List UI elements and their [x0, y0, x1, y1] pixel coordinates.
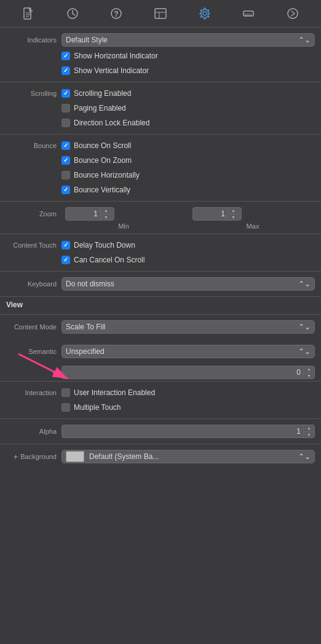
indicators-row: Indicators Default Style ⌃⌄ — [0, 31, 321, 49]
keyboard-dropdown-arrow: ⌃⌄ — [298, 280, 311, 288]
show-vertical-wrapper: Show Vertical Indicator — [61, 66, 149, 75]
tag-content: ▲ ▼ — [61, 366, 315, 379]
keyboard-dropdown[interactable]: Do not dismiss ⌃⌄ — [61, 277, 315, 291]
svg-rect-11 — [244, 11, 253, 16]
indicators-dropdown[interactable]: Default Style ⌃⌄ — [61, 33, 315, 47]
svg-point-10 — [203, 12, 207, 15]
content-mode-dropdown[interactable]: Scale To Fill ⌃⌄ — [61, 320, 315, 334]
can-cancel-wrapper: Can Cancel On Scroll — [61, 256, 145, 264]
semantic-dropdown[interactable]: Unspecified ⌃⌄ — [61, 345, 315, 358]
tag-stepper-up[interactable]: ▲ — [304, 366, 314, 373]
keyboard-content: Do not dismiss ⌃⌄ — [61, 277, 315, 291]
view-section-title: View — [6, 300, 23, 309]
alpha-section: Alpha ▲ ▼ — [0, 419, 321, 444]
paging-enabled-checkbox[interactable] — [61, 104, 70, 112]
indicators-section: Indicators Default Style ⌃⌄ Show Horizon… — [0, 28, 321, 82]
zoom-min-stepper-down[interactable]: ▼ — [101, 214, 111, 221]
keyboard-row: Keyboard Do not dismiss ⌃⌄ — [0, 275, 321, 293]
user-interaction-label: User Interaction Enabled — [74, 388, 155, 397]
svg-rect-7 — [155, 9, 166, 18]
scrolling-enabled-row: Scrolling Scrolling Enabled — [0, 86, 321, 101]
forward-icon[interactable] — [284, 5, 301, 22]
zoom-min-input[interactable] — [66, 210, 100, 218]
bounce-horizontally-checkbox[interactable] — [61, 171, 70, 179]
zoom-max-stepper: ▲ ▼ — [228, 207, 239, 221]
ruler-icon[interactable] — [240, 5, 257, 22]
show-horizontal-row: Show Horizontal Indicator — [0, 49, 321, 63]
alpha-stepper: ▲ ▼ — [303, 425, 314, 438]
bounce-on-zoom-checkbox[interactable] — [61, 156, 70, 165]
alpha-label: Alpha — [6, 428, 61, 435]
zoom-min-label: Min — [61, 222, 186, 230]
background-dropdown[interactable]: Default (System Ba... ⌃⌄ — [61, 450, 315, 463]
background-dropdown-value: Default (System Ba... — [89, 452, 159, 461]
bounce-vertically-row: Bounce Vertically — [0, 183, 321, 197]
content-touch-label: Content Touch — [13, 242, 57, 249]
bounce-on-scroll-label: Bounce On Scroll — [74, 141, 131, 150]
direction-lock-row: Direction Lock Enabled — [0, 116, 321, 130]
view-section-header: View — [0, 297, 321, 312]
direction-lock-checkbox[interactable] — [61, 119, 70, 127]
zoom-min-stepper-up[interactable]: ▲ — [101, 207, 111, 214]
history-icon[interactable] — [64, 5, 81, 22]
content-mode-content: Scale To Fill ⌃⌄ — [61, 320, 315, 334]
bounce-label: Bounce — [34, 142, 57, 149]
zoom-max-label: Max — [191, 222, 315, 230]
delay-touch-label: Delay Touch Down — [74, 241, 135, 249]
user-interaction-checkbox[interactable] — [61, 388, 70, 397]
delay-touch-checkbox[interactable] — [61, 241, 70, 249]
tag-stepper: ▲ ▼ — [303, 366, 314, 379]
content-mode-row: Content Mode Scale To Fill ⌃⌄ — [0, 318, 321, 336]
list-icon[interactable] — [152, 5, 169, 22]
bounce-horizontally-label: Bounce Horizontally — [74, 171, 140, 179]
plus-icon[interactable]: + — [14, 452, 18, 461]
zoom-max-stepper-down[interactable]: ▼ — [228, 214, 239, 221]
show-horizontal-wrapper: Show Horizontal Indicator — [61, 52, 158, 60]
scrolling-enabled-checkbox[interactable] — [61, 89, 70, 98]
bounce-on-scroll-checkbox[interactable] — [61, 141, 70, 150]
help-icon[interactable]: ? — [108, 5, 125, 22]
zoom-max-stepper-up[interactable]: ▲ — [228, 207, 239, 214]
alpha-stepper-up[interactable]: ▲ — [304, 425, 314, 432]
file-icon[interactable] — [20, 5, 37, 22]
keyboard-dropdown-value: Do not dismiss — [66, 280, 114, 288]
multiple-touch-label: Multiple Touch — [74, 403, 121, 412]
zoom-row: Zoom ▲ ▼ ▲ ▼ — [0, 205, 321, 222]
show-horizontal-checkbox[interactable] — [61, 52, 70, 60]
paging-enabled-row: Paging Enabled — [0, 101, 321, 116]
tag-input[interactable] — [62, 368, 303, 377]
alpha-stepper-down[interactable]: ▼ — [304, 432, 314, 439]
multiple-touch-checkbox[interactable] — [61, 403, 70, 412]
semantic-row: Semantic Unspecified ⌃⌄ — [0, 343, 321, 360]
zoom-min-stepper: ▲ ▼ — [100, 207, 111, 221]
background-color-swatch — [66, 451, 84, 462]
bounce-on-scroll-wrapper: Bounce On Scroll — [61, 141, 131, 150]
svg-text:?: ? — [114, 9, 119, 18]
zoom-section: Zoom ▲ ▼ ▲ ▼ — [0, 202, 321, 234]
show-vertical-label: Show Vertical Indicator — [74, 66, 149, 75]
alpha-input[interactable] — [62, 427, 303, 436]
indicators-dropdown-value: Default Style — [66, 36, 108, 44]
background-label: Background — [20, 453, 57, 460]
settings-icon[interactable] — [196, 5, 213, 22]
show-vertical-checkbox[interactable] — [61, 66, 70, 75]
can-cancel-label: Can Cancel On Scroll — [74, 256, 145, 264]
tag-stepper-down[interactable]: ▼ — [304, 373, 314, 380]
semantic-label: Semantic — [6, 348, 61, 355]
bounce-vertically-checkbox[interactable] — [61, 186, 70, 194]
user-interaction-row: Interaction User Interaction Enabled — [0, 385, 321, 400]
indicators-dropdown-arrow: ⌃⌄ — [298, 36, 311, 44]
keyboard-label: Keyboard — [6, 280, 61, 288]
semantic-dropdown-arrow: ⌃⌄ — [298, 347, 311, 356]
paging-enabled-wrapper: Paging Enabled — [61, 104, 126, 112]
delay-touch-row: Content Touch Delay Touch Down — [0, 238, 321, 253]
show-vertical-row: Show Vertical Indicator — [0, 63, 321, 78]
content-mode-section: Content Mode Scale To Fill ⌃⌄ — [0, 315, 321, 339]
alpha-content: ▲ ▼ — [61, 425, 315, 438]
can-cancel-checkbox[interactable] — [61, 256, 70, 264]
tag-row: g ▲ ▼ — [0, 364, 321, 381]
direction-lock-label: Direction Lock Enabled — [74, 119, 149, 127]
background-row: + Background Default (System Ba... ⌃⌄ — [0, 448, 321, 465]
bounce-on-zoom-label: Bounce On Zoom — [74, 156, 132, 165]
zoom-max-input[interactable] — [193, 210, 228, 218]
